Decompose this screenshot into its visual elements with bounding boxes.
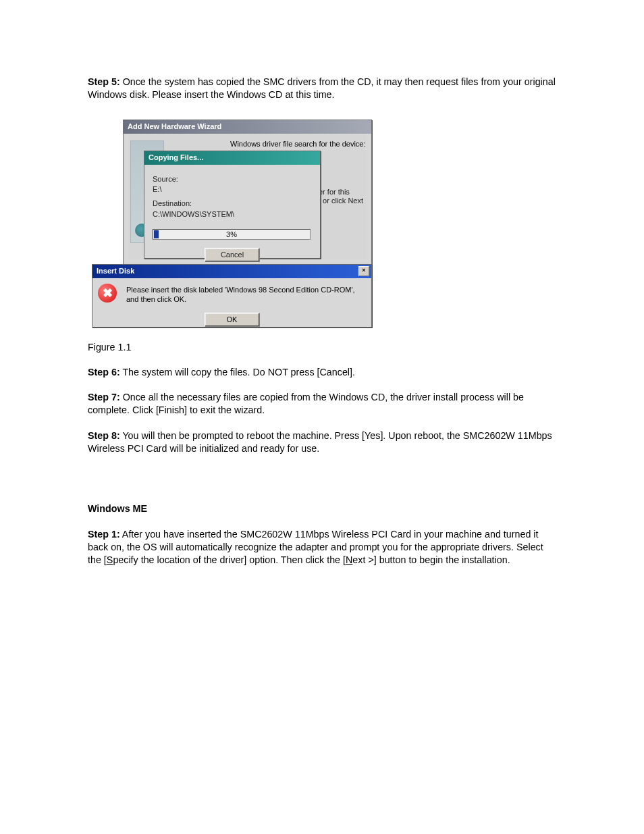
step-6-text: The system will copy the files. Do NOT p… — [120, 367, 355, 377]
underline-s: S — [107, 554, 113, 565]
source-label: Source: — [153, 174, 312, 184]
me-step-1-paragraph: Step 1: After you have inserted the SMC2… — [88, 528, 556, 567]
ok-button[interactable]: OK — [205, 313, 260, 327]
copying-files-dialog: Copying Files... Source: E:\ Destination… — [144, 151, 321, 259]
wizard-side-text: er for this , or click Next — [319, 188, 363, 205]
insert-disk-title: Insert Disk — [97, 267, 134, 275]
insert-disk-message: Please insert the disk labeled 'Windows … — [126, 285, 365, 305]
source-value: E:\ — [153, 184, 312, 194]
error-icon: ✖ — [98, 284, 117, 303]
me-step-1-text-c: ext >] button to begin the installation. — [352, 554, 510, 565]
underline-n: N — [346, 554, 352, 565]
insert-disk-dialog: Insert Disk × ✖ Please insert the disk l… — [92, 264, 372, 328]
figure-1-1-screenshot: Add New Hardware Wizard Windows driver f… — [92, 120, 371, 326]
copying-title: Copying Files... — [149, 153, 203, 161]
windows-me-heading: Windows ME — [88, 502, 556, 515]
copying-body: Source: E:\ Destination: C:\WINDOWS\SYST… — [144, 165, 320, 267]
step-6-label: Step 6: — [88, 367, 120, 377]
me-step-1-text-b: pecify the location of the driver] optio… — [113, 554, 346, 565]
step-8-text: You will then be prompted to reboot the … — [88, 430, 552, 454]
figure-caption: Figure 1.1 — [88, 341, 556, 354]
step-7-text: Once all the necessary files are copied … — [88, 392, 524, 415]
progress-bar: 3% — [153, 229, 311, 240]
wizard-title: Add New Hardware Wizard — [128, 122, 221, 130]
step-7-label: Step 7: — [88, 392, 120, 402]
insert-disk-body: ✖ Please insert the disk labeled 'Window… — [92, 278, 371, 333]
close-icon[interactable]: × — [358, 266, 369, 276]
wizard-header-text: Windows driver file search for the devic… — [230, 139, 366, 149]
step-5-paragraph: Step 5: Once the system has copied the S… — [88, 76, 556, 102]
step-6-paragraph: Step 6: The system will copy the files. … — [88, 366, 556, 379]
step-5-label: Step 5: — [88, 76, 120, 87]
destination-value: C:\WINDOWS\SYSTEM\ — [153, 209, 312, 219]
cancel-button[interactable]: Cancel — [205, 248, 260, 262]
step-5-text: Once the system has copied the SMC drive… — [88, 76, 556, 100]
wizard-titlebar: Add New Hardware Wizard — [124, 120, 371, 134]
copying-titlebar: Copying Files... — [144, 151, 320, 165]
destination-label: Destination: — [153, 199, 312, 209]
step-7-paragraph: Step 7: Once all the necessary files are… — [88, 391, 556, 417]
step-8-paragraph: Step 8: You will then be prompted to reb… — [88, 429, 556, 456]
me-step-1-label: Step 1: — [88, 529, 120, 540]
insert-disk-titlebar: Insert Disk × — [92, 265, 371, 278]
progress-percent: 3% — [153, 230, 310, 240]
step-8-label: Step 8: — [88, 430, 120, 441]
